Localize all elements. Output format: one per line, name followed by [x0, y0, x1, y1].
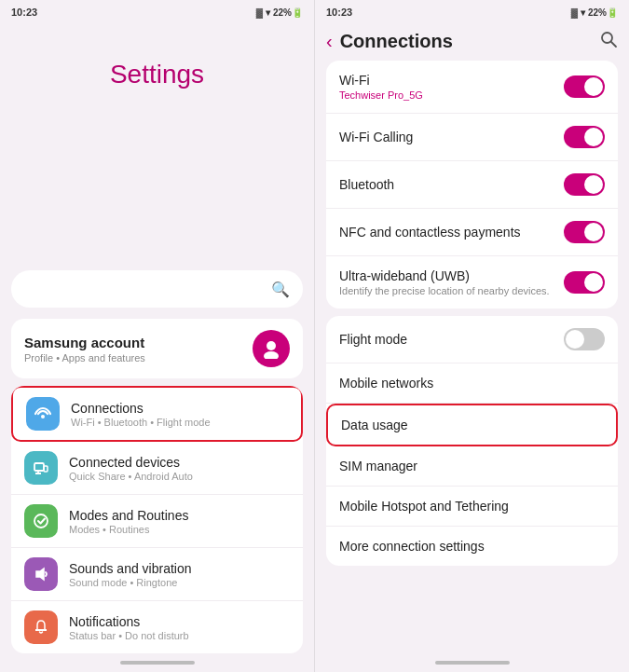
- conn-item-hotspot[interactable]: Mobile Hotspot and Tethering: [326, 487, 618, 527]
- bluetooth-text: Bluetooth: [339, 177, 564, 192]
- notifications-text: Notifications Status bar • Do not distur…: [69, 614, 189, 641]
- wifi-calling-title: Wi-Fi Calling: [339, 130, 564, 144]
- conn-item-uwb[interactable]: Ultra-wideband (UWB) Identify the precis…: [326, 256, 618, 309]
- notifications-icon: [24, 610, 58, 644]
- settings-item-connected-devices[interactable]: Connected devices Quick Share • Android …: [11, 442, 303, 495]
- uwb-subtitle: Identify the precise location of nearby …: [339, 285, 564, 296]
- flight-mode-text: Flight mode: [339, 332, 564, 347]
- connections-scroll[interactable]: Wi-Fi Techwiser Pro_5G Wi-Fi Calling Blu…: [315, 61, 629, 653]
- right-status-bar: 10:23 ▓ ▾ 22%🔋: [315, 0, 629, 22]
- svg-rect-4: [44, 466, 48, 472]
- data-usage-text: Data usage: [341, 418, 603, 432]
- notifications-title: Notifications: [69, 614, 189, 629]
- conn-item-data-usage[interactable]: Data usage: [326, 404, 618, 446]
- samsung-account-title: Samsung account: [24, 335, 145, 350]
- sim-manager-text: SIM manager: [339, 459, 605, 473]
- sounds-title: Sounds and vibration: [69, 561, 192, 576]
- connected-devices-title: Connected devices: [69, 455, 193, 470]
- left-status-icons: ▓ ▾ 22%🔋: [256, 7, 303, 18]
- uwb-toggle[interactable]: [564, 271, 605, 294]
- uwb-text: Ultra-wideband (UWB) Identify the precis…: [339, 268, 564, 296]
- more-connection-title: More connection settings: [339, 539, 605, 554]
- conn-item-wifi[interactable]: Wi-Fi Techwiser Pro_5G: [326, 61, 618, 114]
- connections-icon: [26, 397, 60, 431]
- wifi-text: Wi-Fi Techwiser Pro_5G: [339, 73, 564, 101]
- notifications-subtitle: Status bar • Do not disturb: [69, 630, 189, 641]
- settings-title: Settings: [110, 60, 204, 89]
- modes-title: Modes and Routines: [69, 508, 188, 523]
- right-time: 10:23: [326, 7, 352, 18]
- settings-list: Connections Wi-Fi • Bluetooth • Flight m…: [11, 386, 303, 653]
- flight-mode-title: Flight mode: [339, 332, 564, 347]
- right-panel: 10:23 ▓ ▾ 22%🔋 ‹ Connections Wi-Fi Techw…: [314, 0, 629, 672]
- settings-title-area: Settings: [0, 22, 314, 270]
- wifi-toggle[interactable]: [564, 75, 605, 98]
- flight-mode-toggle[interactable]: [564, 328, 605, 350]
- connections-page-title: Connections: [340, 31, 599, 52]
- uwb-title: Ultra-wideband (UWB): [339, 268, 564, 283]
- samsung-card-text: Samsung account Profile • Apps and featu…: [24, 335, 145, 363]
- conn-item-more-connection[interactable]: More connection settings: [326, 527, 618, 566]
- back-button[interactable]: ‹: [326, 31, 333, 52]
- connections-title: Connections: [71, 401, 211, 416]
- conn-item-nfc[interactable]: NFC and contactless payments: [326, 209, 618, 256]
- samsung-avatar: [253, 330, 290, 367]
- conn-item-mobile-networks[interactable]: Mobile networks: [326, 363, 618, 404]
- left-status-bar: 10:23 ▓ ▾ 22%🔋: [0, 0, 314, 22]
- samsung-account-subtitle: Profile • Apps and features: [24, 352, 145, 363]
- sounds-icon: [24, 557, 58, 591]
- settings-item-notifications[interactable]: Notifications Status bar • Do not distur…: [11, 601, 303, 653]
- right-home-indicator: [315, 653, 629, 672]
- modes-text: Modes and Routines Modes • Routines: [69, 508, 188, 535]
- wifi-calling-toggle[interactable]: [564, 126, 605, 148]
- connections-text: Connections Wi-Fi • Bluetooth • Flight m…: [71, 401, 211, 428]
- connected-devices-icon: [24, 451, 58, 485]
- settings-item-connections[interactable]: Connections Wi-Fi • Bluetooth • Flight m…: [11, 386, 303, 442]
- data-usage-title: Data usage: [341, 418, 603, 432]
- hotspot-text: Mobile Hotspot and Tethering: [339, 499, 605, 514]
- wifi-calling-text: Wi-Fi Calling: [339, 130, 564, 144]
- settings-item-modes[interactable]: Modes and Routines Modes • Routines: [11, 495, 303, 548]
- modes-icon: [24, 504, 58, 538]
- hotspot-title: Mobile Hotspot and Tethering: [339, 499, 605, 514]
- bluetooth-title: Bluetooth: [339, 177, 564, 192]
- left-home-indicator: [0, 653, 314, 672]
- sim-manager-title: SIM manager: [339, 459, 605, 473]
- conn-item-wifi-calling[interactable]: Wi-Fi Calling: [326, 114, 618, 161]
- right-search-icon[interactable]: [599, 30, 618, 53]
- svg-point-2: [41, 415, 45, 418]
- right-home-bar: [435, 661, 510, 665]
- connections-list-top: Wi-Fi Techwiser Pro_5G Wi-Fi Calling Blu…: [326, 61, 618, 309]
- nfc-text: NFC and contactless payments: [339, 225, 564, 240]
- svg-point-7: [34, 514, 48, 528]
- connections-header: ‹ Connections: [315, 22, 629, 61]
- connected-devices-subtitle: Quick Share • Android Auto: [69, 471, 193, 482]
- left-panel: 10:23 ▓ ▾ 22%🔋 Settings 🔍 Samsung accoun…: [0, 0, 314, 672]
- wifi-subtitle: Techwiser Pro_5G: [339, 89, 564, 101]
- bluetooth-toggle[interactable]: [564, 173, 605, 196]
- wifi-title: Wi-Fi: [339, 73, 564, 88]
- nfc-toggle[interactable]: [564, 221, 605, 243]
- sounds-subtitle: Sound mode • Ringtone: [69, 577, 192, 588]
- section-gap-2: [315, 566, 629, 573]
- wifi-icon: ▾: [266, 7, 270, 18]
- section-gap-1: [315, 309, 629, 316]
- connections-list-bottom: Flight mode Mobile networks Data usage S…: [326, 316, 618, 566]
- left-search-icon[interactable]: 🔍: [271, 281, 290, 298]
- modes-subtitle: Modes • Routines: [69, 524, 188, 535]
- conn-item-sim-manager[interactable]: SIM manager: [326, 446, 618, 487]
- left-time: 10:23: [11, 7, 37, 18]
- conn-item-flight-mode[interactable]: Flight mode: [326, 316, 618, 363]
- nfc-title: NFC and contactless payments: [339, 225, 564, 240]
- mobile-networks-text: Mobile networks: [339, 376, 605, 391]
- svg-point-0: [267, 341, 276, 350]
- conn-item-bluetooth[interactable]: Bluetooth: [326, 161, 618, 209]
- left-home-bar: [120, 661, 195, 665]
- svg-rect-3: [34, 463, 44, 471]
- samsung-account-card[interactable]: Samsung account Profile • Apps and featu…: [11, 319, 303, 378]
- right-signal-icon: ▓: [571, 7, 578, 18]
- connected-devices-text: Connected devices Quick Share • Android …: [69, 455, 193, 482]
- battery-icon: 22%🔋: [273, 7, 303, 18]
- left-search-bar[interactable]: 🔍: [11, 270, 303, 308]
- settings-item-sounds[interactable]: Sounds and vibration Sound mode • Ringto…: [11, 548, 303, 601]
